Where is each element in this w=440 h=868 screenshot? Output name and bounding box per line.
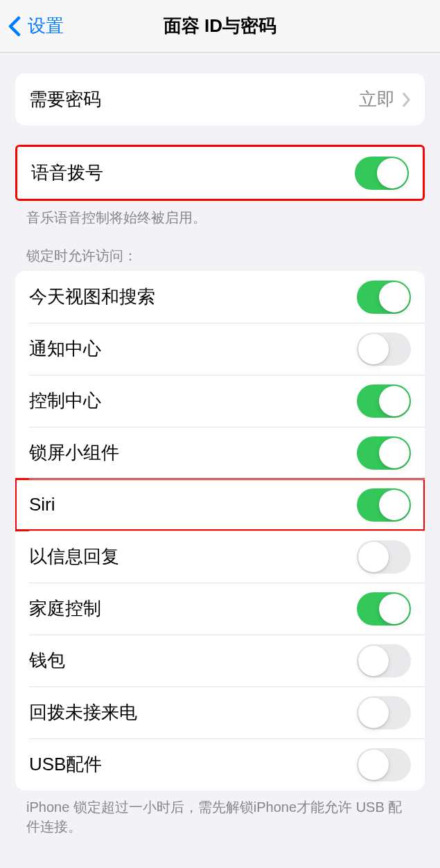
lock-access-row-usb: USB配件: [15, 738, 425, 790]
lock-access-group: 今天视图和搜索通知中心控制中心锁屏小组件Siri以信息回复家庭控制钱包回拨未接来…: [15, 271, 425, 790]
lock-access-switch-notification[interactable]: [357, 333, 411, 366]
switch-knob: [379, 490, 410, 520]
lock-access-label-control: 控制中心: [29, 389, 101, 413]
voice-dial-label: 语音拨号: [31, 161, 103, 185]
navigation-bar: 设置 面容 ID与密码: [0, 0, 440, 53]
switch-knob: [379, 386, 410, 416]
lock-access-switch-siri[interactable]: [357, 488, 411, 522]
chevron-left-icon: [8, 16, 21, 37]
lock-access-switch-reply[interactable]: [357, 540, 411, 574]
lock-access-switch-today[interactable]: [357, 281, 411, 314]
lock-access-row-wallet: 钱包: [15, 635, 425, 687]
switch-knob: [358, 750, 389, 780]
switch-knob: [379, 594, 410, 624]
voice-dial-group: 语音拨号: [15, 145, 425, 201]
voice-dial-row: 语音拨号: [17, 147, 423, 199]
lock-access-row-home: 家庭控制: [15, 583, 425, 635]
switch-knob: [358, 334, 389, 364]
lock-access-switch-control[interactable]: [357, 384, 411, 418]
lock-access-switch-usb[interactable]: [357, 748, 411, 781]
switch-knob: [358, 542, 389, 572]
lock-access-footer: iPhone 锁定超过一小时后，需先解锁iPhone才能允许 USB 配件连接。: [26, 797, 414, 836]
lock-access-row-today: 今天视图和搜索: [15, 271, 425, 323]
lock-access-row-control: 控制中心: [15, 375, 425, 427]
switch-knob: [358, 698, 389, 728]
chevron-right-icon: [402, 92, 411, 107]
lock-access-switch-callback[interactable]: [357, 696, 411, 729]
voice-dial-switch[interactable]: [355, 157, 409, 190]
page-title: 面容 ID与密码: [0, 14, 440, 38]
lock-access-label-notification: 通知中心: [29, 337, 101, 361]
lock-access-switch-home[interactable]: [357, 592, 411, 626]
lock-access-row-siri: Siri: [15, 479, 425, 531]
lock-access-label-wallet: 钱包: [29, 648, 65, 673]
lock-access-label-widgets: 锁屏小组件: [29, 441, 119, 465]
switch-knob: [377, 158, 407, 188]
require-passcode-value: 立即: [359, 87, 395, 112]
switch-knob: [379, 282, 410, 312]
lock-access-row-callback: 回拨未接来电: [15, 687, 425, 738]
lock-access-row-reply: 以信息回复: [15, 531, 425, 583]
switch-knob: [358, 646, 389, 676]
lock-access-label-today: 今天视图和搜索: [29, 285, 155, 309]
require-passcode-row[interactable]: 需要密码 立即: [15, 73, 425, 125]
voice-dial-footer: 音乐语音控制将始终被启用。: [26, 208, 414, 227]
lock-access-label-siri: Siri: [29, 494, 55, 515]
lock-access-row-notification: 通知中心: [15, 323, 425, 375]
lock-access-label-home: 家庭控制: [29, 596, 101, 621]
lock-access-label-callback: 回拨未接来电: [29, 700, 137, 725]
lock-access-header: 锁定时允许访问：: [26, 247, 414, 265]
back-label: 设置: [28, 14, 64, 38]
back-button[interactable]: 设置: [0, 14, 64, 38]
switch-knob: [379, 438, 410, 468]
lock-access-row-widgets: 锁屏小组件: [15, 427, 425, 479]
lock-access-label-usb: USB配件: [29, 752, 102, 777]
passcode-group: 需要密码 立即: [15, 73, 425, 125]
lock-access-switch-wallet[interactable]: [357, 644, 411, 677]
lock-access-label-reply: 以信息回复: [29, 544, 119, 569]
lock-access-switch-widgets[interactable]: [357, 436, 411, 470]
require-passcode-label: 需要密码: [29, 87, 101, 112]
